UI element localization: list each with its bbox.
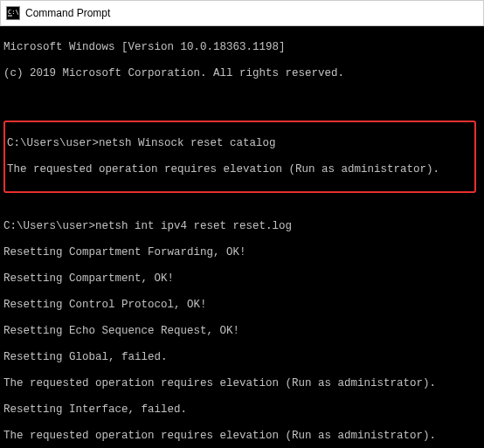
svg-text:C:\: C:\	[8, 9, 19, 16]
window-title: Command Prompt	[25, 7, 110, 19]
cmd-icon: C:\	[6, 6, 20, 20]
output-line: Resetting Echo Sequence Request, OK!	[3, 325, 481, 338]
output-line: Resetting Compartment, OK!	[3, 272, 481, 286]
output-line: Resetting Control Protocol, OK!	[3, 299, 481, 312]
output-line: Resetting Compartment Forwarding, OK!	[3, 246, 481, 259]
output-line: Resetting Global, failed.	[3, 351, 481, 364]
output-line: Resetting Interface, failed.	[3, 403, 481, 417]
blank-line	[3, 93, 481, 107]
output-line: (c) 2019 Microsoft Corporation. All righ…	[3, 67, 481, 80]
output-line: The requested operation requires elevati…	[7, 163, 473, 176]
highlighted-region: C:\Users\user>netsh Winsock reset catalo…	[3, 121, 476, 193]
prompt-line: C:\Users\user>netsh int ipv4 reset reset…	[3, 220, 481, 233]
window-titlebar[interactable]: C:\ Command Prompt	[0, 0, 484, 26]
output-line: Microsoft Windows [Version 10.0.18363.11…	[3, 41, 481, 54]
svg-rect-3	[8, 16, 12, 17]
terminal-output[interactable]: Microsoft Windows [Version 10.0.18363.11…	[0, 26, 484, 448]
prompt-line: C:\Users\user>netsh Winsock reset catalo…	[7, 137, 473, 150]
output-line: The requested operation requires elevati…	[3, 430, 481, 443]
output-line: The requested operation requires elevati…	[3, 377, 481, 390]
blank-line	[3, 194, 481, 207]
